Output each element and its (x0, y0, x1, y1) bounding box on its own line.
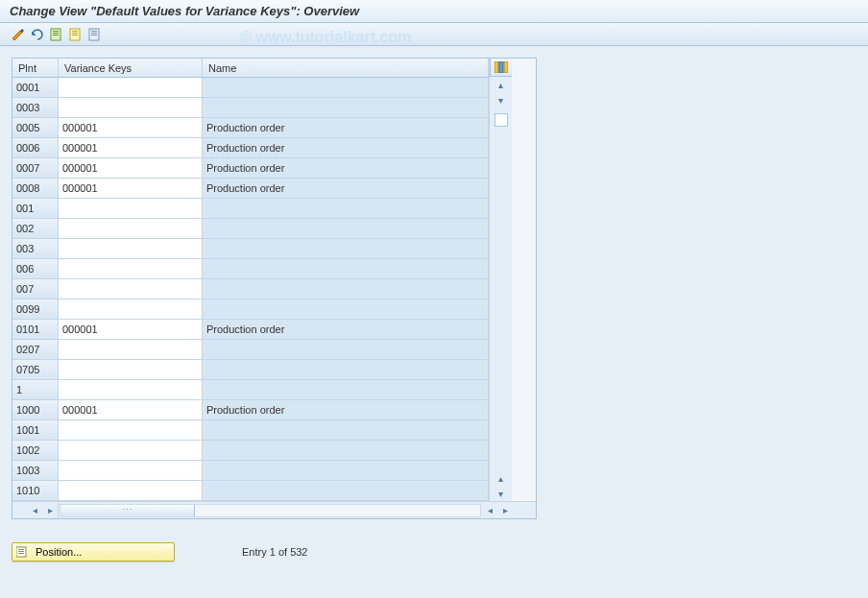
cell-name (203, 420, 489, 441)
table-row[interactable]: 001 (12, 199, 489, 219)
horizontal-scrollbar[interactable]: ◂ ▸ ⋯ ◂ ▸ (12, 501, 536, 518)
svg-rect-17 (18, 551, 24, 552)
cell-plnt: 0003 (12, 98, 59, 118)
cell-variance-key[interactable] (59, 219, 203, 239)
table-row[interactable]: 007 (12, 279, 489, 299)
configure-columns-icon[interactable] (490, 59, 512, 77)
toggle-display-change-icon[interactable] (10, 26, 27, 43)
cell-name (203, 481, 489, 501)
cell-variance-key[interactable]: 000001 (59, 138, 203, 158)
table-row[interactable]: 0099 (12, 299, 489, 320)
cell-plnt: 1010 (12, 481, 59, 501)
scroll-down-bottom-icon[interactable]: ▾ (492, 486, 511, 501)
table-row[interactable]: 1000000001Production order (12, 400, 489, 420)
cell-plnt: 1000 (12, 400, 59, 420)
cell-variance-key[interactable] (59, 259, 203, 279)
table-row[interactable]: 0207 (12, 340, 489, 360)
table-row[interactable]: 0705 (12, 360, 489, 380)
cell-variance-key[interactable] (59, 441, 203, 461)
cell-plnt: 006 (12, 259, 59, 279)
table-row[interactable]: 002 (12, 219, 489, 239)
cell-variance-key[interactable] (59, 98, 203, 118)
deselect-all-icon[interactable] (67, 26, 84, 43)
cell-name (203, 441, 489, 461)
table-row[interactable]: 0101000001Production order (12, 320, 489, 340)
cell-variance-key[interactable]: 000001 (59, 320, 203, 340)
svg-rect-13 (499, 61, 503, 73)
cell-plnt: 002 (12, 219, 59, 239)
cell-variance-key[interactable]: 000001 (59, 158, 203, 179)
content-area: Plnt Variance Keys Name 0001000300050000… (0, 46, 868, 598)
table-row[interactable]: 0001 (12, 78, 489, 98)
svg-rect-14 (504, 61, 508, 73)
table-row[interactable]: 003 (12, 239, 489, 259)
table-row[interactable]: 0005000001Production order (12, 118, 489, 138)
scroll-thumb[interactable] (494, 113, 508, 127)
cell-plnt: 0006 (12, 138, 59, 158)
scroll-right-end-icon[interactable]: ▸ (497, 503, 513, 518)
cell-variance-key[interactable] (59, 461, 203, 481)
cell-plnt: 003 (12, 239, 59, 259)
table-row[interactable]: 0003 (12, 98, 489, 118)
scroll-right-icon[interactable]: ▸ (42, 503, 58, 518)
table-row[interactable]: 1 (12, 380, 489, 400)
hscroll-track[interactable]: ⋯ (60, 504, 481, 517)
cell-variance-key[interactable]: 000001 (59, 179, 203, 199)
svg-rect-6 (72, 33, 78, 34)
scroll-down-icon[interactable]: ▾ (492, 92, 511, 108)
table-row[interactable]: 0006000001Production order (12, 138, 489, 158)
cell-variance-key[interactable] (59, 78, 203, 98)
table-row[interactable]: 1003 (12, 461, 489, 481)
cell-name (203, 259, 489, 279)
svg-rect-2 (53, 33, 59, 34)
cell-plnt: 0001 (12, 78, 59, 98)
cell-variance-key[interactable] (59, 239, 203, 259)
cell-variance-key[interactable] (59, 299, 203, 320)
cell-plnt: 1001 (12, 420, 59, 441)
cell-variance-key[interactable] (59, 420, 203, 441)
page-title: Change View "Default Values for Variance… (10, 4, 359, 18)
grid-body: 000100030005000001Production order000600… (12, 78, 489, 501)
cell-variance-key[interactable] (59, 279, 203, 299)
col-header-variance-keys[interactable]: Variance Keys (59, 59, 203, 77)
cell-name (203, 380, 489, 400)
hscroll-thumb[interactable]: ⋯ (60, 505, 195, 516)
delimit-icon[interactable] (86, 26, 104, 43)
cell-plnt: 1 (12, 380, 59, 400)
table-row[interactable]: 1010 (12, 481, 489, 501)
scroll-left-end-icon[interactable]: ◂ (482, 503, 497, 518)
table-row[interactable]: 1002 (12, 441, 489, 461)
cell-plnt: 0207 (12, 340, 59, 360)
cell-plnt: 0007 (12, 158, 59, 179)
entry-count-text: Entry 1 of 532 (242, 546, 308, 558)
table-row[interactable]: 0008000001Production order (12, 179, 489, 199)
scroll-up-bottom-icon[interactable]: ▴ (492, 470, 511, 486)
cell-variance-key[interactable] (59, 481, 203, 501)
toolbar (0, 23, 868, 46)
position-button[interactable]: Position... (12, 542, 175, 562)
table-row[interactable]: 1001 (12, 420, 489, 441)
select-all-icon[interactable] (48, 26, 65, 43)
svg-rect-5 (72, 31, 78, 32)
cell-variance-key[interactable] (59, 380, 203, 400)
cell-name (203, 340, 489, 360)
cell-name (203, 239, 489, 259)
undo-icon[interactable] (29, 26, 46, 43)
cell-name (203, 199, 489, 219)
cell-plnt: 0705 (12, 360, 59, 380)
cell-variance-key[interactable] (59, 360, 203, 380)
vertical-scrollbar[interactable]: ▴ ▾ ▴ ▾ (489, 59, 512, 501)
cell-variance-key[interactable] (59, 199, 203, 219)
cell-variance-key[interactable] (59, 340, 203, 360)
table-row[interactable]: 006 (12, 259, 489, 279)
scroll-up-icon[interactable]: ▴ (492, 77, 511, 92)
col-header-name[interactable]: Name (203, 59, 489, 77)
cell-name: Production order (203, 118, 489, 138)
table-row[interactable]: 0007000001Production order (12, 158, 489, 179)
cell-variance-key[interactable]: 000001 (59, 118, 203, 138)
cell-variance-key[interactable]: 000001 (59, 400, 203, 420)
col-header-plnt[interactable]: Plnt (12, 59, 59, 77)
scroll-left-icon[interactable]: ◂ (27, 503, 42, 518)
title-bar: Change View "Default Values for Variance… (0, 0, 868, 23)
cell-name (203, 219, 489, 239)
